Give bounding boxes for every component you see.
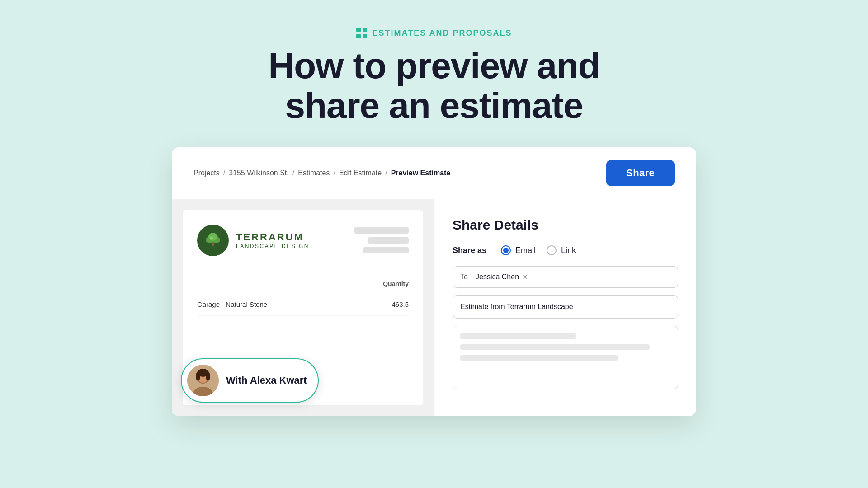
company-name-main: TERRARUM bbox=[236, 231, 309, 243]
radio-email-button[interactable] bbox=[501, 245, 511, 255]
breadcrumb-estimates[interactable]: Estimates bbox=[298, 169, 330, 177]
svg-point-10 bbox=[210, 237, 213, 239]
estimate-table-area: Quantity Garage - Natural Stone 463.5 bbox=[183, 267, 423, 323]
header-line-1 bbox=[354, 227, 409, 234]
category-label: ESTIMATES AND PROPOSALS bbox=[356, 27, 512, 39]
avatar-image bbox=[187, 365, 219, 396]
estimate-header-lines bbox=[354, 227, 409, 253]
header-line-2 bbox=[368, 237, 409, 244]
category-text: ESTIMATES AND PROPOSALS bbox=[372, 28, 512, 38]
header-section: ESTIMATES AND PROPOSALS How to preview a… bbox=[268, 27, 599, 126]
recipient-name: Jessica Chen bbox=[476, 273, 519, 281]
radio-link[interactable]: Link bbox=[547, 245, 576, 255]
svg-rect-9 bbox=[212, 243, 214, 246]
share-as-row: Share as Email Link bbox=[453, 245, 678, 255]
row-qty: 463.5 bbox=[354, 300, 409, 308]
breadcrumb-sep1: / bbox=[223, 169, 225, 177]
breadcrumb-current: Preview Estimate bbox=[391, 169, 451, 177]
col-header-quantity: Quantity bbox=[354, 280, 409, 287]
svg-point-8 bbox=[208, 233, 217, 241]
main-title: How to preview and share an estimate bbox=[268, 46, 599, 126]
company-name-area: TERRARUM LANDSCAPE DESIGN bbox=[236, 231, 309, 249]
share-as-label: Share as bbox=[453, 246, 486, 255]
page-wrapper: ESTIMATES AND PROPOSALS How to preview a… bbox=[0, 0, 868, 488]
breadcrumb-address[interactable]: 3155 Wilkinson St. bbox=[229, 169, 289, 177]
company-logo bbox=[197, 225, 229, 256]
breadcrumb-bar: Projects / 3155 Wilkinson St. / Estimate… bbox=[172, 147, 696, 199]
header-line-3 bbox=[363, 247, 409, 253]
radio-link-label: Link bbox=[561, 246, 576, 255]
subject-text: Estimate from Terrarum Landscape bbox=[460, 303, 573, 310]
tree-icon bbox=[202, 229, 224, 252]
to-label: To bbox=[460, 273, 471, 281]
radio-email[interactable]: Email bbox=[501, 245, 536, 255]
presenter-badge: With Alexa Kwart bbox=[181, 358, 319, 403]
to-field[interactable]: To Jessica Chen × bbox=[453, 266, 678, 288]
breadcrumb: Projects / 3155 Wilkinson St. / Estimate… bbox=[193, 169, 450, 177]
share-button[interactable]: Share bbox=[606, 160, 675, 186]
share-options: Email Link bbox=[501, 245, 576, 255]
content-area: TERRARUM LANDSCAPE DESIGN bbox=[172, 199, 696, 416]
preview-panel: TERRARUM LANDSCAPE DESIGN bbox=[172, 199, 434, 416]
radio-email-selected bbox=[503, 248, 509, 253]
avatar bbox=[187, 365, 219, 396]
message-lines bbox=[460, 333, 670, 361]
table-header: Quantity bbox=[197, 275, 409, 293]
svg-rect-3 bbox=[363, 34, 367, 38]
app-window: Projects / 3155 Wilkinson St. / Estimate… bbox=[172, 147, 696, 416]
breadcrumb-edit[interactable]: Edit Estimate bbox=[339, 169, 382, 177]
radio-email-label: Email bbox=[515, 246, 536, 255]
svg-rect-1 bbox=[363, 28, 367, 32]
breadcrumb-projects[interactable]: Projects bbox=[193, 169, 220, 177]
share-panel: Share Details Share as Email Li bbox=[434, 199, 696, 416]
logo-area: TERRARUM LANDSCAPE DESIGN bbox=[197, 225, 309, 256]
recipient-tag: Jessica Chen × bbox=[476, 273, 528, 281]
company-name-sub: LANDSCAPE DESIGN bbox=[236, 243, 309, 249]
svg-point-16 bbox=[196, 372, 200, 381]
breadcrumb-sep2: / bbox=[292, 169, 294, 177]
message-line-2 bbox=[460, 344, 650, 350]
svg-point-17 bbox=[206, 372, 210, 381]
svg-rect-2 bbox=[356, 34, 361, 38]
presenter-name: With Alexa Kwart bbox=[226, 375, 307, 386]
remove-recipient-button[interactable]: × bbox=[523, 273, 528, 281]
radio-link-button[interactable] bbox=[547, 245, 557, 255]
subject-field[interactable]: Estimate from Terrarum Landscape bbox=[453, 295, 678, 319]
breadcrumb-sep3: / bbox=[333, 169, 335, 177]
grid-icon bbox=[356, 27, 368, 39]
message-line-3 bbox=[460, 355, 618, 361]
svg-rect-0 bbox=[356, 28, 361, 32]
estimate-header: TERRARUM LANDSCAPE DESIGN bbox=[183, 210, 423, 267]
table-row: Garage - Natural Stone 463.5 bbox=[197, 293, 409, 316]
share-panel-title: Share Details bbox=[453, 217, 678, 233]
breadcrumb-sep4: / bbox=[385, 169, 387, 177]
row-name: Garage - Natural Stone bbox=[197, 300, 267, 308]
message-line-1 bbox=[460, 333, 576, 339]
message-field[interactable] bbox=[453, 326, 678, 389]
